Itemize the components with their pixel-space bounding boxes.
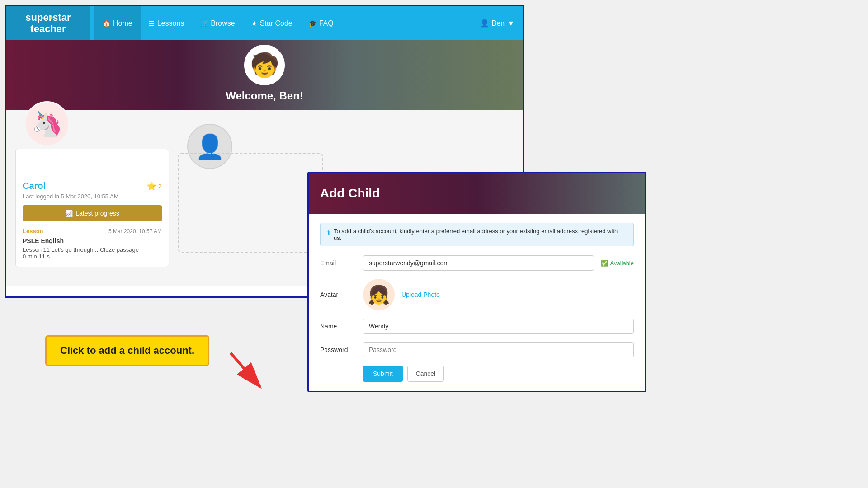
hero-avatar: 🧒 — [244, 45, 285, 85]
modal-body: ℹ To add a child's account, kindly enter… — [309, 214, 645, 391]
info-banner: ℹ To add a child's account, kindly enter… — [320, 223, 634, 246]
info-icon: ℹ — [327, 228, 330, 237]
name-row: Name — [320, 319, 634, 334]
annotation-box: Click to add a child account. — [45, 335, 209, 366]
submit-button[interactable]: Submit — [363, 366, 403, 382]
red-arrow — [217, 344, 271, 400]
nav-items: 🏠 Home ☰ Lessons 🛒 Browse ★ Star Code 🎓 … — [94, 6, 523, 40]
narwhal-icon: 🦄 — [32, 109, 63, 139]
email-field[interactable] — [363, 255, 594, 271]
available-badge: ✅ Available — [601, 260, 634, 267]
hero-banner: 🧒 Welcome, Ben! — [6, 40, 523, 110]
avatar-row: Avatar 👧 Upload Photo — [320, 279, 634, 310]
modal-header: Add Child — [309, 173, 645, 214]
check-icon: ✅ — [601, 260, 608, 267]
svg-line-1 — [231, 353, 260, 387]
user-icon: 👤 — [480, 19, 489, 28]
faq-icon: 🎓 — [309, 20, 316, 27]
modal-avatar: 👧 — [363, 279, 395, 310]
nav-starcode[interactable]: ★ Star Code — [243, 6, 301, 40]
girl-avatar-icon: 👧 — [368, 284, 390, 305]
form-actions: Submit Cancel — [363, 366, 634, 382]
child-last-login: Last logged in 5 Mar 2020, 10:55 AM — [23, 193, 162, 200]
name-field[interactable] — [363, 319, 634, 334]
email-label: Email — [320, 259, 356, 267]
star-icon: ⭐ — [146, 181, 156, 191]
navbar: ✦ superstar teacher 🏠 Home ☰ Lessons 🛒 B… — [6, 6, 523, 40]
lesson-date: 5 Mar 2020, 10:57 AM — [108, 228, 162, 235]
nav-user[interactable]: 👤 Ben ▼ — [472, 6, 523, 40]
lesson-label: Lesson — [23, 228, 43, 235]
child-stars: ⭐ 2 — [146, 181, 162, 191]
email-row: Email ✅ Available — [320, 255, 634, 271]
name-label: Name — [320, 323, 356, 330]
upload-photo-link[interactable]: Upload Photo — [401, 291, 440, 298]
child-card-carol: Carol ⭐ 2 Last logged in 5 Mar 2020, 10:… — [15, 149, 169, 267]
latest-progress-button[interactable]: 📈 Latest progress — [23, 205, 162, 221]
lessons-icon: ☰ — [149, 20, 155, 27]
nav-lessons[interactable]: ☰ Lessons — [141, 6, 193, 40]
welcome-text: Welcome, Ben! — [226, 89, 303, 102]
avatar-label: Avatar — [320, 291, 356, 298]
nav-browse[interactable]: 🛒 Browse — [192, 6, 243, 40]
browse-icon: 🛒 — [200, 20, 208, 27]
cancel-button[interactable]: Cancel — [407, 366, 444, 382]
hero-character-icon: 🧒 — [250, 52, 279, 79]
password-field[interactable] — [363, 342, 634, 357]
dropdown-chevron-icon: ▼ — [507, 19, 514, 28]
empty-child-card — [178, 153, 323, 253]
star-code-icon: ★ — [251, 20, 257, 27]
home-icon: 🏠 — [103, 20, 110, 27]
logo-star-icon: ✦ — [48, 14, 54, 21]
lesson-desc: Lesson 11 Let's go through... Cloze pass… — [23, 246, 162, 260]
lesson-title: PSLE English — [23, 237, 162, 244]
child-name-carol: Carol — [23, 181, 46, 191]
add-child-modal: Add Child ℹ To add a child's account, ki… — [307, 172, 646, 392]
nav-home[interactable]: 🏠 Home — [94, 6, 141, 40]
modal-title: Add Child — [320, 186, 380, 201]
chart-icon: 📈 — [65, 210, 73, 217]
child-avatar-carol: 🦄 — [24, 101, 70, 146]
password-row: Password — [320, 342, 634, 357]
password-label: Password — [320, 346, 356, 353]
logo-area[interactable]: ✦ superstar teacher — [6, 6, 90, 40]
nav-faq[interactable]: 🎓 FAQ — [301, 6, 342, 40]
